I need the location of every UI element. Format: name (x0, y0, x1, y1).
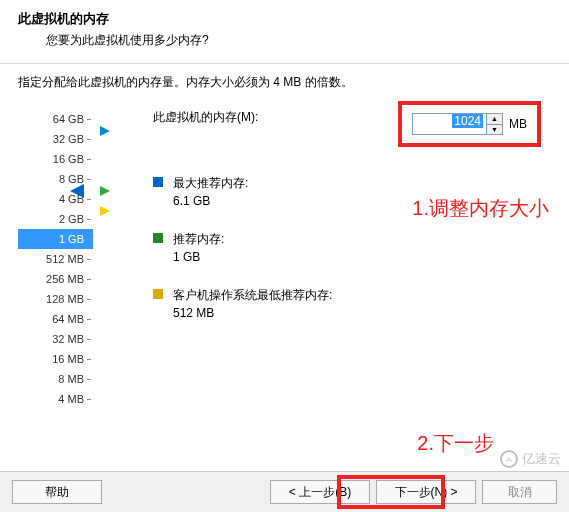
next-button[interactable]: 下一步(N) > (376, 480, 476, 504)
tick-16MB[interactable]: 16 MB (18, 349, 93, 369)
memory-unit: MB (509, 117, 527, 131)
tick-4MB[interactable]: 4 MB (18, 389, 93, 409)
tick-1GB[interactable]: 1 GB (18, 229, 93, 249)
settings-column: 此虚拟机的内存(M): 1024 ▲ ▼ MB 最大推荐内存: 6.1 GB (93, 109, 551, 409)
wizard-footer: 帮助 < 上一步(B) 下一步(N) > 取消 (0, 471, 569, 512)
spinner-up-icon[interactable]: ▲ (487, 114, 502, 125)
memory-input[interactable]: 1024 (412, 113, 487, 135)
memory-slider[interactable]: 64 GB32 GB16 GB8 GB4 GB2 GB1 GB512 MB256… (18, 109, 93, 409)
min-recommend: 客户机操作系统最低推荐内存: 512 MB (173, 286, 332, 322)
spinner-down-icon[interactable]: ▼ (487, 125, 502, 135)
tick-64MB[interactable]: 64 MB (18, 309, 93, 329)
help-button[interactable]: 帮助 (12, 480, 102, 504)
tick-128MB[interactable]: 128 MB (18, 289, 93, 309)
tick-64GB[interactable]: 64 GB (18, 109, 93, 129)
tick-8MB[interactable]: 8 MB (18, 369, 93, 389)
annotation-1: 1.调整内存大小 (412, 195, 549, 222)
recommend: 推荐内存: 1 GB (173, 230, 224, 266)
memory-input-group: 1024 ▲ ▼ MB (398, 101, 541, 147)
tick-256MB[interactable]: 256 MB (18, 269, 93, 289)
slider-handle-icon[interactable] (70, 184, 84, 198)
tick-32GB[interactable]: 32 GB (18, 129, 93, 149)
back-button[interactable]: < 上一步(B) (270, 480, 370, 504)
page-subtitle: 您要为此虚拟机使用多少内存? (46, 32, 551, 49)
instruction-text: 指定分配给此虚拟机的内存量。内存大小必须为 4 MB 的倍数。 (18, 74, 551, 91)
square-yellow-icon (153, 289, 163, 299)
watermark: ஃ 亿速云 (500, 450, 561, 468)
max-recommend: 最大推荐内存: 6.1 GB (173, 174, 248, 210)
memory-spinner: ▲ ▼ (487, 113, 503, 135)
tick-512MB[interactable]: 512 MB (18, 249, 93, 269)
tick-16GB[interactable]: 16 GB (18, 149, 93, 169)
square-blue-icon (153, 177, 163, 187)
cancel-button[interactable]: 取消 (482, 480, 557, 504)
tick-2GB[interactable]: 2 GB (18, 209, 93, 229)
annotation-2: 2.下一步 (417, 430, 494, 457)
memory-label: 此虚拟机的内存(M): (153, 109, 258, 126)
wizard-header: 此虚拟机的内存 您要为此虚拟机使用多少内存? (0, 0, 569, 63)
tick-32MB[interactable]: 32 MB (18, 329, 93, 349)
watermark-icon: ஃ (500, 450, 518, 468)
page-title: 此虚拟机的内存 (18, 10, 551, 28)
content-area: 指定分配给此虚拟机的内存量。内存大小必须为 4 MB 的倍数。 64 GB32 … (0, 64, 569, 444)
square-green-icon (153, 233, 163, 243)
